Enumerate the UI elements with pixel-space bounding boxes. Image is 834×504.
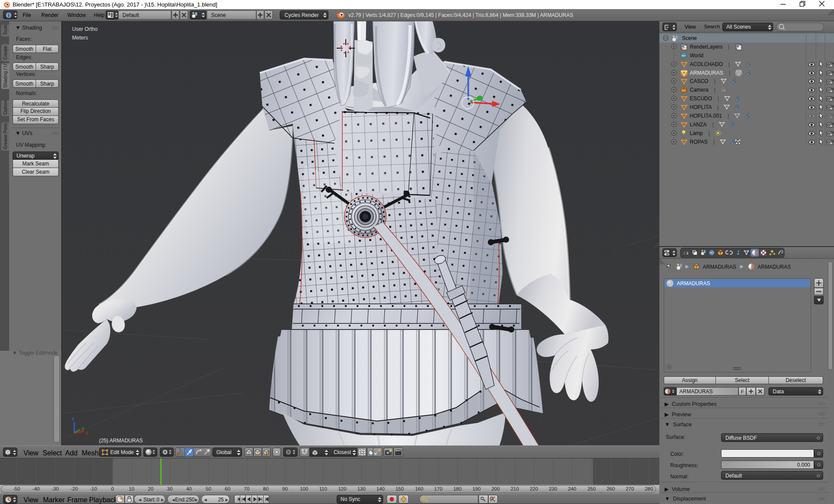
svg-text:x: x	[86, 430, 88, 435]
svg-text:Meters: Meters	[72, 35, 88, 41]
svg-text:(25) ARMADURAS: (25) ARMADURAS	[99, 438, 143, 444]
svg-text:y: y	[82, 425, 84, 431]
svg-text:z: z	[72, 416, 75, 421]
svg-text:i: i	[8, 13, 9, 18]
svg-text:User Ortho: User Ortho	[72, 26, 98, 32]
